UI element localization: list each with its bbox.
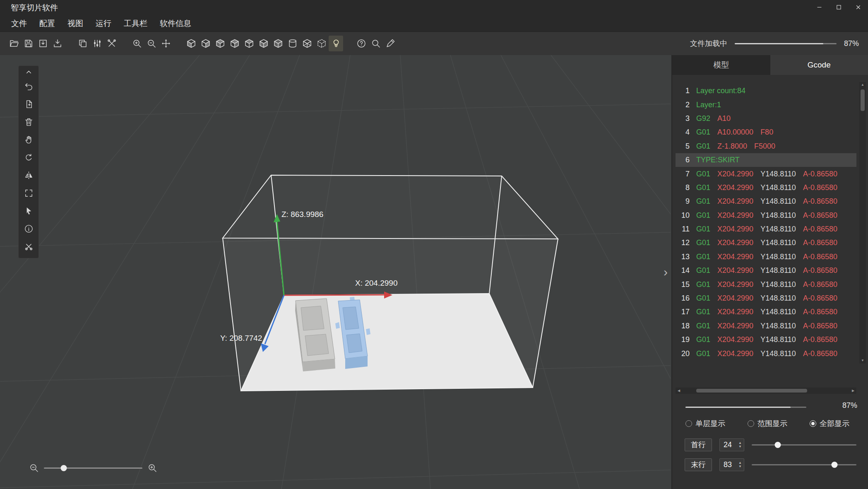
gcode-line[interactable]: 12G01X204.2990Y148.8110A-0.86580: [676, 236, 856, 250]
view-left-icon[interactable]: [213, 36, 227, 51]
first-line-slider[interactable]: [752, 438, 856, 451]
last-line-spinner[interactable]: 83 ▲▼: [719, 458, 744, 471]
last-line-slider[interactable]: [752, 458, 856, 471]
viewport-3d[interactable]: Z: 863.9986 X: 204.2990 Y: 208.7742: [0, 55, 671, 489]
scroll-down-arrow[interactable]: ▼: [859, 358, 866, 364]
radio-range-dot[interactable]: [748, 420, 754, 427]
zoom-in-icon[interactable]: [147, 463, 157, 473]
gcode-line[interactable]: 17G01X204.2990Y148.8110A-0.86580: [676, 305, 856, 319]
gcode-line[interactable]: 11G01X204.2990Y148.8110A-0.86580: [676, 222, 856, 236]
first-line-button[interactable]: 首行: [685, 438, 712, 451]
menu-item-2[interactable]: 配置: [33, 16, 61, 31]
save-icon[interactable]: [21, 36, 36, 51]
first-line-slider-knob[interactable]: [775, 442, 781, 448]
mirror-icon[interactable]: [20, 166, 37, 184]
scroll-up-arrow[interactable]: ▲: [859, 82, 866, 88]
gcode-line[interactable]: 14G01X204.2990Y148.8110A-0.86580: [676, 264, 856, 277]
delete-icon[interactable]: [20, 113, 37, 131]
maximize-button[interactable]: [829, 0, 849, 16]
export-icon[interactable]: [50, 36, 65, 51]
gcode-line[interactable]: 20G01X204.2990Y148.8110A-0.86580: [676, 347, 856, 360]
radio-single-layer-dot[interactable]: [685, 420, 692, 427]
gcode-line[interactable]: 5G01Z-1.8000F5000: [676, 140, 856, 153]
open-file-icon[interactable]: [7, 36, 21, 51]
radio-all-dot[interactable]: [810, 420, 816, 427]
view-top-icon[interactable]: [242, 36, 256, 51]
vertical-scroll-thumb[interactable]: [861, 89, 865, 111]
info-icon[interactable]: [20, 220, 37, 238]
tab-gcode[interactable]: Gcode: [770, 55, 868, 75]
fit-view-icon[interactable]: [20, 184, 37, 202]
horizontal-scroll-thumb[interactable]: [696, 389, 807, 393]
pan-icon[interactable]: [20, 131, 37, 149]
view-back-icon[interactable]: [198, 36, 213, 51]
gcode-line[interactable]: 7G01X204.2990Y148.8110A-0.86580: [676, 167, 856, 181]
zoom-out-icon[interactable]: [29, 463, 39, 473]
repair-icon[interactable]: [20, 238, 37, 255]
view-iso-icon[interactable]: [271, 36, 285, 51]
pen-icon[interactable]: [383, 36, 397, 51]
view-bottom-icon[interactable]: [256, 36, 271, 51]
menu-item-4[interactable]: 运行: [89, 16, 118, 31]
find-icon[interactable]: [368, 36, 383, 51]
last-line-button[interactable]: 末行: [685, 458, 712, 471]
last-line-slider-track[interactable]: [752, 464, 856, 465]
gcode-line[interactable]: 19G01X204.2990Y148.8110A-0.86580: [676, 333, 856, 347]
dot-cube-icon[interactable]: [314, 36, 329, 51]
scroll-right-arrow[interactable]: ▶: [850, 388, 856, 394]
tab-model[interactable]: 模型: [672, 55, 770, 75]
wire-cube-icon[interactable]: [300, 36, 314, 51]
gcode-line[interactable]: 8G01X204.2990Y148.8110A-0.86580: [676, 181, 856, 195]
last-line-slider-knob[interactable]: [831, 462, 837, 468]
panel-collapse-handle[interactable]: ›: [661, 263, 671, 281]
gcode-line[interactable]: 1Layer count:84: [676, 84, 856, 98]
gcode-line-number: 13: [677, 253, 690, 261]
rotate-icon[interactable]: [20, 149, 37, 166]
view-front-icon[interactable]: [184, 36, 198, 51]
gcode-line[interactable]: 18G01X204.2990Y148.8110A-0.86580: [676, 319, 856, 333]
first-line-spinner-arrows[interactable]: ▲▼: [737, 441, 744, 448]
first-line-spinner[interactable]: 24 ▲▼: [719, 438, 744, 451]
copy-icon[interactable]: [75, 36, 90, 51]
gcode-line[interactable]: 4G01A10.00000F80: [676, 125, 856, 139]
light-icon[interactable]: [329, 36, 343, 51]
gcode-vertical-scrollbar[interactable]: ▲ ▼: [859, 82, 866, 364]
gcode-horizontal-scrollbar[interactable]: ◀ ▶: [676, 388, 856, 394]
adjust-icon[interactable]: [90, 36, 104, 51]
select-icon[interactable]: [20, 202, 37, 220]
gcode-line[interactable]: 9G01X204.2990Y148.8110A-0.86580: [676, 195, 856, 208]
gcode-line[interactable]: 15G01X204.2990Y148.8110A-0.86580: [676, 277, 856, 291]
gcode-line[interactable]: 16G01X204.2990Y148.8110A-0.86580: [676, 291, 856, 305]
zoom-slider-knob[interactable]: [60, 465, 67, 471]
gcode-token: G01: [696, 128, 710, 137]
last-line-spinner-arrows[interactable]: ▲▼: [737, 461, 744, 468]
radio-single-layer[interactable]: 单层显示: [685, 419, 725, 429]
cylinder-icon[interactable]: [285, 36, 300, 51]
gcode-line[interactable]: 2Layer:1: [676, 98, 856, 111]
gcode-line[interactable]: 10G01X204.2990Y148.8110A-0.86580: [676, 209, 856, 222]
minimize-button[interactable]: [810, 0, 829, 16]
menu-item-3[interactable]: 视图: [61, 16, 89, 31]
menu-item-5[interactable]: 工具栏: [118, 16, 154, 31]
scroll-left-arrow[interactable]: ◀: [676, 388, 682, 394]
close-button[interactable]: [849, 0, 868, 16]
gcode-line[interactable]: 13G01X204.2990Y148.8110A-0.86580: [676, 250, 856, 264]
radio-all[interactable]: 全部显示: [810, 419, 849, 429]
move-icon[interactable]: [159, 36, 173, 51]
zoom-out-icon[interactable]: [144, 36, 159, 51]
menu-item-1[interactable]: 文件: [5, 16, 33, 31]
first-line-slider-track[interactable]: [752, 444, 856, 446]
duplicate-icon[interactable]: [20, 95, 37, 113]
view-right-icon[interactable]: [227, 36, 242, 51]
radio-range[interactable]: 范围显示: [748, 419, 787, 429]
undo-icon[interactable]: [20, 77, 37, 95]
import-icon[interactable]: [36, 36, 50, 51]
scroll-up-icon[interactable]: [20, 67, 37, 77]
tools-icon[interactable]: [104, 36, 119, 51]
zoom-in-icon[interactable]: [130, 36, 144, 51]
gcode-line[interactable]: 6TYPE:SKIRT: [676, 153, 856, 167]
help-icon[interactable]: [354, 36, 368, 51]
zoom-slider[interactable]: [44, 467, 142, 469]
gcode-line[interactable]: 3G92A10: [676, 112, 856, 125]
menu-item-6[interactable]: 软件信息: [154, 16, 197, 31]
